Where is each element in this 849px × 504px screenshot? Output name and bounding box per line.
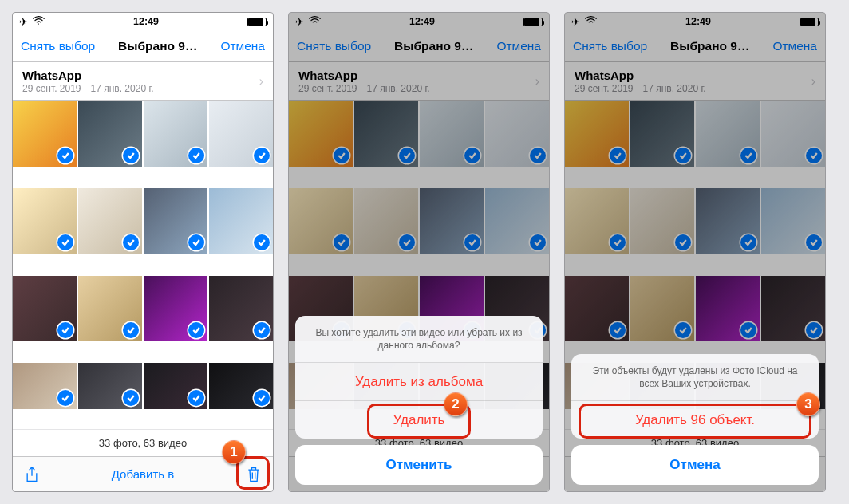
album-date-range: 29 сент. 2019—17 янв. 2020 г. xyxy=(575,83,706,94)
check-icon xyxy=(188,390,204,406)
add-to-button[interactable]: Добавить в xyxy=(112,467,174,481)
photo-thumb[interactable] xyxy=(289,188,353,254)
album-title: WhatsApp xyxy=(22,69,154,82)
sheet-cancel-button[interactable]: Отменить xyxy=(295,445,543,485)
photo-thumb[interactable] xyxy=(13,188,77,254)
album-title: WhatsApp xyxy=(575,69,706,82)
nav-title: Выбрано 9… xyxy=(647,39,772,53)
photo-thumb[interactable] xyxy=(761,188,825,254)
photo-thumb[interactable] xyxy=(420,101,484,167)
photo-thumb[interactable] xyxy=(209,363,273,409)
status-bar: ✈ 12:49 xyxy=(565,13,825,30)
cancel-button[interactable]: Отмена xyxy=(496,39,541,53)
battery-icon xyxy=(247,18,267,26)
album-header[interactable]: WhatsApp 29 сент. 2019—17 янв. 2020 г. › xyxy=(565,62,825,101)
check-icon xyxy=(530,148,546,163)
check-icon xyxy=(610,234,626,250)
check-icon xyxy=(806,148,822,163)
photo-thumb[interactable] xyxy=(209,101,273,167)
check-icon xyxy=(188,148,204,163)
photo-thumb[interactable] xyxy=(144,363,207,409)
check-icon xyxy=(675,148,691,163)
nav-title: Выбрано 9… xyxy=(371,39,496,53)
photo-thumb[interactable] xyxy=(696,188,760,254)
photo-thumb[interactable] xyxy=(565,188,629,254)
nav-title: Выбрано 9… xyxy=(95,39,220,53)
check-icon xyxy=(740,322,756,338)
photo-thumb[interactable] xyxy=(13,276,77,341)
chevron-right-icon: › xyxy=(811,74,815,89)
photo-thumb[interactable] xyxy=(13,363,77,409)
delete-objects-button[interactable]: Удалить 96 объект. xyxy=(571,400,819,439)
photo-thumb[interactable] xyxy=(144,188,207,254)
check-icon xyxy=(123,234,139,250)
check-icon xyxy=(740,148,756,163)
status-bar: ✈ 12:49 xyxy=(289,13,549,30)
screen-2: ✈ 12:49 Снять выбор Выбрано 9… Отмена Wh… xyxy=(288,12,550,492)
deselect-button[interactable]: Снять выбор xyxy=(297,39,371,53)
share-button[interactable] xyxy=(24,466,40,483)
photo-thumb[interactable] xyxy=(78,276,142,341)
cancel-button[interactable]: Отмена xyxy=(772,39,817,53)
photo-thumb[interactable] xyxy=(565,101,629,167)
screen-3: ✈ 12:49 Снять выбор Выбрано 9… Отмена Wh… xyxy=(564,12,826,492)
photo-thumb[interactable] xyxy=(209,276,273,341)
check-icon xyxy=(610,148,626,163)
check-icon xyxy=(464,234,480,250)
photo-thumb[interactable] xyxy=(761,276,825,341)
photo-thumb[interactable] xyxy=(485,101,549,167)
action-sheet-delete-options: Вы хотите удалить эти видео или убрать и… xyxy=(295,316,543,485)
chevron-right-icon: › xyxy=(259,74,263,89)
photo-thumb[interactable] xyxy=(696,101,760,167)
photo-thumb[interactable] xyxy=(13,101,77,167)
step-badge-1: 1 xyxy=(222,440,246,464)
check-icon xyxy=(123,148,139,163)
album-header[interactable]: WhatsApp 29 сент. 2019—17 янв. 2020 г. › xyxy=(13,62,273,101)
check-icon xyxy=(806,322,822,338)
check-icon xyxy=(188,322,204,338)
check-icon xyxy=(740,234,756,250)
photo-thumb[interactable] xyxy=(630,101,694,167)
check-icon xyxy=(610,322,626,338)
battery-icon xyxy=(800,18,819,26)
check-icon xyxy=(57,390,73,406)
photo-thumb[interactable] xyxy=(485,188,549,254)
check-icon xyxy=(188,234,204,250)
photo-thumb[interactable] xyxy=(78,363,142,409)
photo-thumb[interactable] xyxy=(630,188,694,254)
check-icon xyxy=(254,322,270,338)
photo-thumb[interactable] xyxy=(78,188,142,254)
share-icon xyxy=(24,466,40,483)
check-icon xyxy=(334,148,349,163)
deselect-button[interactable]: Снять выбор xyxy=(21,39,95,53)
photo-thumb[interactable] xyxy=(420,188,484,254)
photo-thumb[interactable] xyxy=(209,188,273,254)
step-badge-2: 2 xyxy=(444,392,468,416)
sheet-cancel-button[interactable]: Отмена xyxy=(571,445,819,485)
photo-thumb[interactable] xyxy=(565,276,629,341)
airplane-icon: ✈ xyxy=(571,16,580,28)
photo-thumb[interactable] xyxy=(761,101,825,167)
cancel-button[interactable]: Отмена xyxy=(220,39,265,53)
nav-bar: Снять выбор Выбрано 9… Отмена xyxy=(13,30,273,62)
delete-button[interactable]: Удалить xyxy=(295,400,543,439)
check-icon xyxy=(254,234,270,250)
trash-button[interactable] xyxy=(246,466,262,483)
remove-from-album-button[interactable]: Удалить из альбома xyxy=(295,362,543,400)
status-time: 12:49 xyxy=(409,16,435,27)
deselect-button[interactable]: Снять выбор xyxy=(573,39,647,53)
screen-1: ✈ 12:49 Снять выбор Выбрано 9… Отмена Wh… xyxy=(12,12,274,492)
photo-thumb[interactable] xyxy=(354,101,418,167)
photo-thumb[interactable] xyxy=(289,101,353,167)
album-header[interactable]: WhatsApp 29 сент. 2019—17 янв. 2020 г. › xyxy=(289,62,549,101)
photo-thumb[interactable] xyxy=(630,276,694,341)
check-icon xyxy=(57,322,73,338)
sheet-message: Эти объекты будут удалены из Фото iCloud… xyxy=(571,354,819,400)
wifi-icon xyxy=(33,16,45,27)
photo-thumb[interactable] xyxy=(354,188,418,254)
check-icon xyxy=(123,390,139,406)
photo-thumb[interactable] xyxy=(696,276,760,341)
photo-thumb[interactable] xyxy=(144,276,207,341)
photo-thumb[interactable] xyxy=(78,101,142,167)
photo-thumb[interactable] xyxy=(144,101,207,167)
